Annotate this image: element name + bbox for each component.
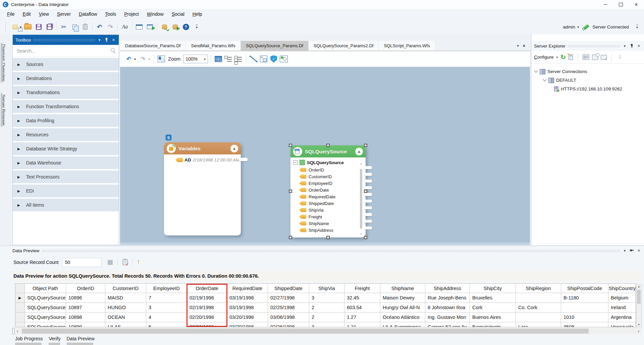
tree-layout-icon[interactable]	[224, 56, 232, 62]
output-port[interactable]	[364, 180, 372, 183]
toolbox-item-data-profiling[interactable]: ▶Data Profiling	[13, 114, 119, 127]
table-cell[interactable]: 02/19/1998	[187, 293, 227, 303]
sql-field-row[interactable]: CustomerID	[299, 173, 366, 180]
column-header-shipregion[interactable]: ShipRegion	[516, 284, 561, 293]
side-tab-server-browser[interactable]: Server Browser	[0, 91, 8, 129]
toolbar-grip[interactable]	[5, 22, 6, 32]
canvas-scrollbar[interactable]	[120, 243, 530, 245]
column-header-shipcity[interactable]: ShipCity	[470, 284, 516, 293]
redo-icon[interactable]: ↷	[138, 54, 148, 64]
minimize-button[interactable]	[598, 0, 613, 9]
table-cell[interactable]: SQLQuerySource	[25, 322, 66, 327]
data-preview-close-icon[interactable]: ×	[636, 248, 641, 253]
toolbox-chevron-icon[interactable]: ▾	[97, 38, 102, 42]
data-preview-pin-icon[interactable]	[630, 249, 634, 252]
toolbox-item-edi[interactable]: ▶EDI	[13, 185, 119, 197]
scroll-up-icon[interactable]: ▲	[360, 162, 363, 165]
chevron-expanded-icon[interactable]	[543, 77, 546, 81]
errors-icon[interactable]: !	[138, 259, 140, 266]
sqlquerysource-node[interactable]: SQLQuerySource ▲ − SQLQuerySource OrderI…	[290, 145, 366, 237]
bottom-tab-data-preview[interactable]: Data Preview	[67, 336, 95, 345]
output-port[interactable]	[364, 166, 372, 169]
menu-item-help[interactable]: Help	[189, 10, 206, 18]
table-cell[interactable]: 10899	[66, 322, 105, 327]
document-tab[interactable]: DatabaseSource_Params.Df	[120, 41, 186, 51]
redo-icon[interactable]: ↷	[105, 22, 115, 31]
table-cell[interactable]: MAISD	[105, 293, 146, 303]
table-cell[interactable]: Ireland	[608, 303, 636, 313]
sql-tree-root-row[interactable]: − SQLQuerySource	[290, 157, 366, 165]
toolbar-overflow-icon[interactable]: ▾	[636, 25, 638, 29]
table-cell[interactable]: 02/19/1998	[187, 303, 227, 313]
row-selector-cell[interactable]	[15, 313, 25, 322]
menu-item-social[interactable]: Social	[168, 10, 188, 18]
column-header-orderdate[interactable]: OrderDate	[187, 284, 227, 293]
menu-item-project[interactable]: Project	[120, 10, 143, 18]
preview-window-icon[interactable]	[136, 24, 143, 29]
scroll-down-icon[interactable]: ▼	[360, 233, 363, 235]
table-cell[interactable]: 03/19/1998	[227, 303, 268, 313]
table-cell[interactable]: 32.45	[344, 293, 380, 303]
table-cell[interactable]: Hungry Owl All-N	[380, 303, 425, 313]
close-document-icon[interactable]: ×	[523, 43, 525, 48]
toolbox-search-input[interactable]	[13, 45, 119, 57]
table-row[interactable]: SQLQuerySource10897HUNGO302/19/199803/19…	[15, 303, 636, 313]
scrollbar-thumb[interactable]	[637, 290, 641, 304]
server-explorer-pin-icon[interactable]	[630, 44, 634, 48]
toolbox-close-icon[interactable]: ×	[111, 37, 116, 43]
selection-handle[interactable]	[364, 190, 367, 193]
table-cell[interactable]: 8 Johnstown Roa	[425, 303, 470, 313]
output-port[interactable]	[364, 206, 372, 209]
menu-item-server[interactable]: Server	[53, 10, 74, 18]
tree-item-server-url[interactable]: HTTPS://192.168.10.109:9262	[533, 84, 642, 93]
start-dataflow-icon[interactable]	[147, 24, 153, 29]
verify-shield-icon[interactable]: ✓	[270, 55, 277, 63]
menu-item-tools[interactable]: Tools	[102, 10, 120, 18]
print-preview-icon[interactable]	[158, 56, 165, 62]
column-header-shippostalcode[interactable]: ShipPostalCode	[561, 284, 608, 293]
row-selector-cell[interactable]	[15, 322, 25, 327]
table-cell[interactable]: 1.27	[344, 313, 380, 322]
output-port[interactable]	[364, 220, 372, 223]
toolbox-item-database-write-strategy[interactable]: ▶Database Write Strategy	[13, 142, 119, 155]
table-cell[interactable]: 02/20/1998	[187, 322, 227, 327]
refresh-icon[interactable]: ↻	[560, 54, 566, 60]
selection-handle[interactable]	[289, 190, 292, 193]
add-server-icon[interactable]	[569, 54, 573, 60]
help-icon[interactable]: ?	[183, 24, 189, 30]
table-cell[interactable]: 10897	[66, 303, 105, 313]
table-cell[interactable]: 1.21	[344, 322, 380, 327]
table-row[interactable]: ▶SQLQuerySource10896MAISD702/19/199803/1…	[15, 293, 636, 303]
table-cell[interactable]: Cork	[470, 303, 516, 313]
collapse-node-icon[interactable]: ▲	[355, 148, 363, 155]
job-schedules-icon[interactable]	[592, 55, 598, 60]
tree-item-server-connections[interactable]: Server Connections	[533, 67, 642, 76]
save-icon[interactable]	[36, 24, 42, 30]
selection-handle[interactable]	[326, 236, 330, 239]
undo-dropdown-icon[interactable]: ▾	[134, 57, 136, 61]
table-cell[interactable]: LILA-Supermerca	[380, 322, 425, 327]
redo-dropdown-icon[interactable]: ▾	[148, 57, 150, 61]
node-scrollbar[interactable]: ▲ ▼	[360, 165, 363, 232]
export-results-icon[interactable]	[122, 259, 128, 265]
output-port[interactable]	[238, 158, 248, 161]
variables-node-header[interactable]: Variables ▲	[164, 142, 241, 154]
scrollbar-thumb[interactable]	[22, 329, 589, 334]
collapse-node-icon[interactable]: ▲	[230, 145, 238, 152]
column-header-requireddate[interactable]: RequiredDate	[227, 284, 268, 293]
table-cell[interactable]: Bruxelles	[470, 293, 516, 303]
column-header-object path[interactable]: Object Path	[25, 284, 66, 293]
column-header-shippeddate[interactable]: ShippedDate	[268, 284, 309, 293]
menu-item-edit[interactable]: Edit	[19, 10, 35, 18]
table-cell[interactable]: 3508	[561, 322, 608, 327]
sql-field-row[interactable]: EmployeeID	[299, 180, 366, 187]
user-menu[interactable]: admin	[563, 24, 575, 29]
table-cell[interactable]: Belgium	[608, 293, 636, 303]
table-cell[interactable]: 03/06/1998	[268, 313, 309, 322]
variables-node[interactable]: Variables ▲ AD 2/18/1998 12:00:00 AM	[164, 142, 241, 235]
menu-item-view[interactable]: View	[35, 10, 53, 18]
toolbox-item-all-items[interactable]: ▶All Items	[13, 199, 119, 211]
output-port[interactable]	[364, 226, 372, 229]
row-selector-cell[interactable]: ▶	[15, 293, 25, 303]
column-header-freight[interactable]: Freight	[344, 284, 380, 293]
